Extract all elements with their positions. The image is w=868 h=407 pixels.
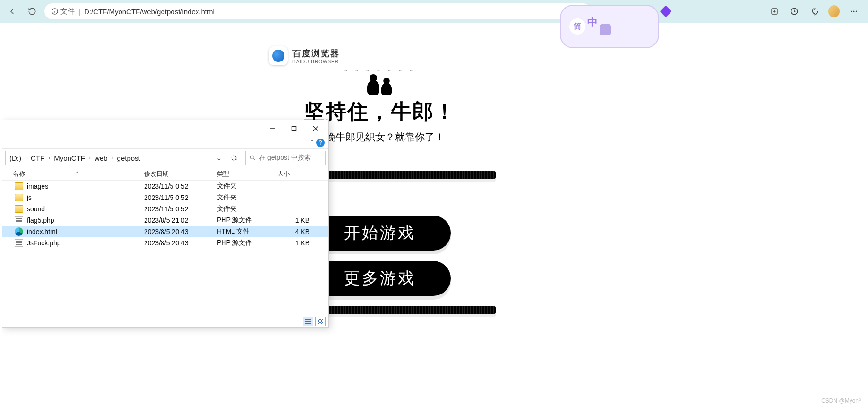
- minimize-button[interactable]: [261, 121, 283, 136]
- file-date: 2023/8/5 21:02: [144, 216, 217, 224]
- svg-point-5: [851, 11, 852, 12]
- svg-point-12: [250, 156, 254, 159]
- file-type: HTML 文件: [217, 227, 277, 236]
- address-bar[interactable]: 文件 | D:/CTF/MyonCTF/web/getpost/index.ht…: [44, 3, 591, 19]
- file-row[interactable]: JsFuck.php2023/8/5 20:43PHP 源文件1 KB: [2, 237, 328, 249]
- more-icon[interactable]: [848, 6, 859, 17]
- file-size: 1 KB: [277, 216, 315, 224]
- php-icon: [15, 239, 23, 247]
- col-size[interactable]: 大小: [277, 170, 315, 178]
- addr-separator: |: [78, 8, 80, 16]
- avatar-icon[interactable]: [828, 6, 840, 17]
- collections-icon[interactable]: [769, 6, 780, 17]
- window-titlebar[interactable]: [2, 120, 328, 137]
- people-deco: [264, 80, 496, 95]
- search-placeholder: 在 getpost 中搜索: [259, 154, 311, 162]
- html-icon: [15, 227, 23, 236]
- person-icon: [367, 80, 379, 95]
- logo-icon: [269, 46, 288, 65]
- chevron-right-icon: ›: [48, 155, 50, 161]
- bc-seg[interactable]: web: [95, 154, 108, 162]
- folder-icon: [15, 194, 23, 201]
- php-icon: [15, 216, 23, 224]
- file-row[interactable]: index.html2023/8/5 20:43HTML 文件4 KB: [2, 226, 328, 237]
- bc-seg[interactable]: (D:): [9, 154, 21, 162]
- folder-icon: [15, 182, 23, 190]
- file-row[interactable]: flag5.php2023/8/5 21:02PHP 源文件1 KB: [2, 215, 328, 226]
- file-type: 文件夹: [217, 205, 277, 213]
- file-name: index.html: [27, 228, 57, 235]
- file-date: 2023/11/5 0:52: [144, 182, 217, 190]
- info-icon[interactable]: 文件: [51, 7, 75, 16]
- more-games-button[interactable]: 更多游戏: [309, 261, 451, 296]
- page-viewport: 百度浏览器 BAIDU BROWSER ˇ ˇ ˇ ˇ ˇ ˇ ˇ 坚持住，牛郎…: [2, 23, 866, 407]
- file-name: js: [27, 194, 32, 201]
- file-row[interactable]: js2023/11/5 0:52文件夹: [2, 192, 328, 203]
- file-type: 文件夹: [217, 182, 277, 191]
- file-size: 4 KB: [277, 228, 315, 235]
- folder-icon: [15, 205, 23, 213]
- logo: 百度浏览器 BAIDU BROWSER: [269, 46, 496, 65]
- close-button[interactable]: [305, 121, 327, 136]
- chevron-right-icon: ›: [112, 155, 113, 161]
- float-badge-1: 简: [569, 18, 585, 35]
- performance-icon[interactable]: [808, 6, 820, 17]
- file-date: 2023/8/5 20:43: [144, 228, 217, 235]
- file-name: flag5.php: [27, 216, 54, 224]
- bc-seg[interactable]: CTF: [31, 154, 44, 162]
- chevron-down-icon[interactable]: ⌄: [216, 154, 222, 162]
- file-date: 2023/11/5 0:52: [144, 205, 217, 213]
- watermark: CSDN @Myonᴰ: [821, 398, 861, 404]
- sort-indicator: ^: [76, 171, 78, 176]
- chevron-right-icon: ›: [25, 155, 27, 161]
- bc-seg[interactable]: getpost: [117, 154, 140, 162]
- explorer-refresh-button[interactable]: [226, 151, 241, 165]
- file-name: JsFuck.php: [27, 239, 61, 247]
- refresh-button[interactable]: [25, 4, 40, 19]
- svg-rect-9: [292, 127, 296, 131]
- float-widget[interactable]: 简 中: [560, 5, 659, 48]
- ribbon-collapse-row: ˇ ?: [2, 137, 328, 148]
- chevron-right-icon: ›: [89, 155, 91, 161]
- history-icon[interactable]: [789, 6, 800, 17]
- explorer-statusbar: [2, 315, 328, 327]
- maximize-button[interactable]: [283, 121, 305, 136]
- browser-toolbar: 文件 | D:/CTF/MyonCTF/web/getpost/index.ht…: [0, 0, 868, 23]
- column-headers[interactable]: 名称^ 修改日期 类型 大小: [2, 167, 328, 181]
- svg-point-6: [853, 11, 855, 12]
- start-game-button[interactable]: 开始游戏: [309, 216, 451, 251]
- breadcrumb[interactable]: (D:)› CTF› MyonCTF› web› getpost ⌄: [5, 151, 226, 165]
- col-name: 名称^: [2, 170, 144, 178]
- search-icon: [249, 155, 256, 161]
- back-button[interactable]: [5, 4, 20, 19]
- file-explorer-window: ˇ ? (D:)› CTF› MyonCTF› web› getpost ⌄ 在…: [2, 120, 329, 328]
- float-badge-3: [600, 24, 611, 35]
- float-badge-2: 中: [587, 15, 598, 29]
- col-type[interactable]: 类型: [217, 170, 277, 178]
- chevron-down-icon[interactable]: ˇ: [311, 139, 313, 147]
- person-icon: [381, 83, 392, 95]
- explorer-search-input[interactable]: 在 getpost 中搜索: [245, 151, 326, 165]
- birds-deco: ˇ ˇ ˇ ˇ ˇ ˇ ˇ: [264, 69, 496, 79]
- svg-line-13: [254, 159, 255, 160]
- addr-label: 文件: [60, 7, 75, 16]
- bc-seg[interactable]: MyonCTF: [54, 154, 85, 162]
- view-details-button[interactable]: [303, 317, 313, 326]
- file-row[interactable]: images2023/11/5 0:52文件夹: [2, 181, 328, 192]
- file-date: 2023/11/5 0:52: [144, 194, 217, 201]
- help-icon[interactable]: ?: [316, 139, 325, 147]
- file-row[interactable]: sound2023/11/5 0:52文件夹: [2, 203, 328, 215]
- file-date: 2023/8/5 20:43: [144, 239, 217, 247]
- logo-cn: 百度浏览器: [292, 48, 340, 59]
- view-icons-button[interactable]: [315, 317, 326, 326]
- file-type: 文件夹: [217, 193, 277, 202]
- file-name: sound: [27, 205, 45, 213]
- extension-icon[interactable]: [660, 6, 671, 17]
- file-type: PHP 源文件: [217, 216, 277, 225]
- svg-point-7: [856, 11, 857, 12]
- explorer-nav: (D:)› CTF› MyonCTF› web› getpost ⌄ 在 get…: [2, 148, 328, 167]
- file-name: images: [27, 182, 48, 190]
- col-date[interactable]: 修改日期: [144, 170, 217, 178]
- logo-text: 百度浏览器 BAIDU BROWSER: [292, 48, 340, 64]
- file-list: images2023/11/5 0:52文件夹js2023/11/5 0:52文…: [2, 181, 328, 315]
